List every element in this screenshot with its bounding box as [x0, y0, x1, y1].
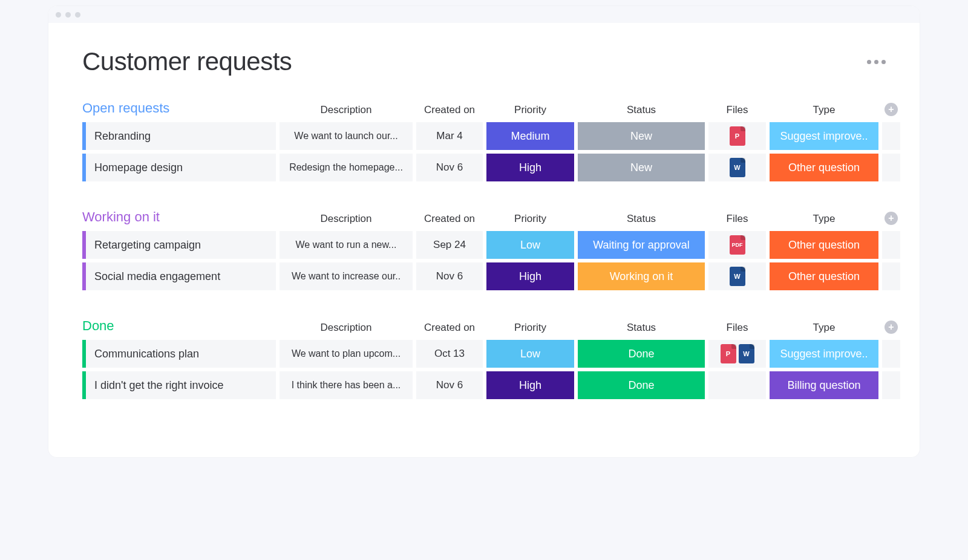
- created-on-cell[interactable]: Mar 4: [416, 122, 483, 150]
- created-on-cell[interactable]: Nov 6: [416, 371, 483, 399]
- group-title[interactable]: Working on it: [82, 209, 276, 227]
- row-end-cell: [882, 231, 900, 259]
- page-title: Customer requests: [82, 47, 292, 76]
- column-header[interactable]: Priority: [486, 104, 574, 119]
- files-cell[interactable]: P: [708, 122, 766, 150]
- description-cell[interactable]: We want to increase our..: [280, 262, 413, 290]
- plus-icon: +: [888, 104, 894, 115]
- type-cell[interactable]: Suggest improve..: [770, 122, 878, 150]
- column-header[interactable]: Created on: [416, 322, 483, 336]
- column-header[interactable]: Created on: [416, 213, 483, 227]
- column-header[interactable]: Files: [708, 213, 766, 227]
- priority-cell[interactable]: High: [486, 371, 574, 399]
- row-end-cell: [882, 154, 900, 181]
- priority-cell[interactable]: Medium: [486, 122, 574, 150]
- type-cell[interactable]: Billing question: [770, 371, 878, 399]
- dots-icon: [881, 60, 886, 64]
- status-cell[interactable]: New: [578, 154, 705, 181]
- column-header[interactable]: Created on: [416, 104, 483, 119]
- item-name-cell[interactable]: Rebranding: [82, 122, 276, 150]
- group-title[interactable]: Done: [82, 318, 276, 336]
- files-cell[interactable]: [708, 371, 766, 399]
- column-header[interactable]: Description: [280, 322, 413, 336]
- add-column-button[interactable]: +: [885, 321, 898, 334]
- file-icon[interactable]: P: [730, 126, 745, 146]
- type-cell[interactable]: Other question: [770, 262, 878, 290]
- file-icon[interactable]: W: [739, 344, 754, 363]
- board-more-button[interactable]: [867, 60, 886, 64]
- status-cell[interactable]: Working on it: [578, 262, 705, 290]
- file-icon[interactable]: W: [730, 267, 745, 286]
- status-cell[interactable]: Done: [578, 340, 705, 368]
- item-name-cell[interactable]: Communications plan: [82, 340, 276, 368]
- column-header[interactable]: Type: [770, 104, 878, 119]
- column-header[interactable]: Status: [578, 322, 705, 336]
- table-row[interactable]: Retargeting campaignWe want to run a new…: [82, 231, 886, 259]
- file-icon[interactable]: W: [730, 158, 745, 177]
- table-row[interactable]: Communications planWe want to plan upcom…: [82, 340, 886, 368]
- app-window: Customer requests Open requestsDescripti…: [48, 6, 920, 457]
- priority-cell[interactable]: High: [486, 262, 574, 290]
- created-on-cell[interactable]: Nov 6: [416, 262, 483, 290]
- window-dot-icon: [65, 12, 71, 18]
- row-end-cell: [882, 262, 900, 290]
- status-cell[interactable]: New: [578, 122, 705, 150]
- files-cell[interactable]: PW: [708, 340, 766, 368]
- column-header[interactable]: Status: [578, 104, 705, 119]
- priority-cell[interactable]: High: [486, 154, 574, 181]
- description-cell[interactable]: Redesign the homepage...: [280, 154, 413, 181]
- row-end-cell: [882, 122, 900, 150]
- type-cell[interactable]: Other question: [770, 231, 878, 259]
- column-header[interactable]: Type: [770, 213, 878, 227]
- created-on-cell[interactable]: Nov 6: [416, 154, 483, 181]
- table-row[interactable]: RebrandingWe want to launch our...Mar 4M…: [82, 122, 886, 150]
- priority-cell[interactable]: Low: [486, 231, 574, 259]
- column-header[interactable]: Description: [280, 104, 413, 119]
- group: Open requestsDescriptionCreated onPriori…: [82, 100, 886, 181]
- plus-icon: +: [888, 213, 894, 224]
- item-name-cell[interactable]: Social media engagement: [82, 262, 276, 290]
- status-cell[interactable]: Done: [578, 371, 705, 399]
- window-dot-icon: [75, 12, 80, 18]
- add-column-button[interactable]: +: [885, 103, 898, 116]
- files-cell[interactable]: W: [708, 154, 766, 181]
- item-name-cell[interactable]: I didn't get the right invoice: [82, 371, 276, 399]
- files-cell[interactable]: W: [708, 262, 766, 290]
- description-cell[interactable]: We want to run a new...: [280, 231, 413, 259]
- file-icon[interactable]: P: [721, 344, 736, 363]
- column-header[interactable]: Priority: [486, 322, 574, 336]
- files-cell[interactable]: PDF: [708, 231, 766, 259]
- file-icon[interactable]: PDF: [730, 235, 745, 255]
- column-header[interactable]: Priority: [486, 213, 574, 227]
- group-header: Open requestsDescriptionCreated onPriori…: [82, 100, 886, 119]
- add-column-button[interactable]: +: [885, 212, 898, 225]
- table-row[interactable]: Homepage designRedesign the homepage...N…: [82, 154, 886, 181]
- column-header[interactable]: Files: [708, 104, 766, 119]
- table-row[interactable]: I didn't get the right invoiceI think th…: [82, 371, 886, 399]
- group: Working on itDescriptionCreated onPriori…: [82, 209, 886, 290]
- item-name-cell[interactable]: Retargeting campaign: [82, 231, 276, 259]
- type-cell[interactable]: Suggest improve..: [770, 340, 878, 368]
- column-header[interactable]: Files: [708, 322, 766, 336]
- item-name-cell[interactable]: Homepage design: [82, 154, 276, 181]
- group-title[interactable]: Open requests: [82, 100, 276, 119]
- description-cell[interactable]: I think there has been a...: [280, 371, 413, 399]
- type-cell[interactable]: Other question: [770, 154, 878, 181]
- group-header: Working on itDescriptionCreated onPriori…: [82, 209, 886, 227]
- created-on-cell[interactable]: Sep 24: [416, 231, 483, 259]
- column-header[interactable]: Type: [770, 322, 878, 336]
- column-header[interactable]: Status: [578, 213, 705, 227]
- priority-cell[interactable]: Low: [486, 340, 574, 368]
- board-content: Customer requests Open requestsDescripti…: [48, 23, 920, 457]
- window-chrome: [48, 6, 920, 23]
- description-cell[interactable]: We want to launch our...: [280, 122, 413, 150]
- column-header[interactable]: Description: [280, 213, 413, 227]
- row-end-cell: [882, 371, 900, 399]
- group: DoneDescriptionCreated onPriorityStatusF…: [82, 318, 886, 399]
- row-end-cell: [882, 340, 900, 368]
- status-cell[interactable]: Waiting for approval: [578, 231, 705, 259]
- description-cell[interactable]: We want to plan upcom...: [280, 340, 413, 368]
- created-on-cell[interactable]: Oct 13: [416, 340, 483, 368]
- table-row[interactable]: Social media engagementWe want to increa…: [82, 262, 886, 290]
- dots-icon: [867, 60, 871, 64]
